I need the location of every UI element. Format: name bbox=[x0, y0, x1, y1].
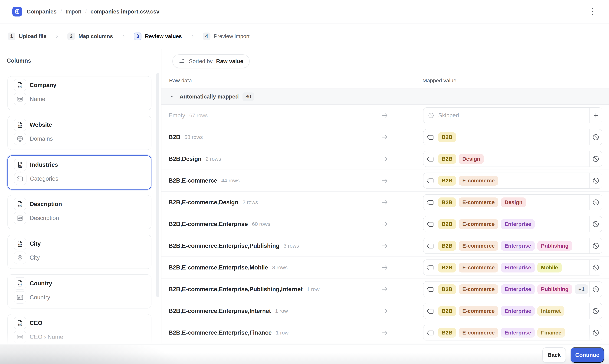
row-count: 2 rows bbox=[243, 199, 258, 205]
tag-pill-mobile[interactable]: Mobile bbox=[537, 263, 562, 273]
tag-icon bbox=[427, 264, 435, 271]
breadcrumb-import[interactable]: Import bbox=[66, 8, 81, 15]
tag-pill-b2b[interactable]: B2B bbox=[438, 219, 456, 229]
sidebar-scrollbar[interactable] bbox=[156, 73, 159, 297]
tag-pill-publishing[interactable]: Publishing bbox=[537, 284, 572, 294]
skip-value-button[interactable] bbox=[589, 130, 602, 145]
mapped-value-cell[interactable]: B2BE-commerce bbox=[423, 173, 602, 189]
tag-pill-enterprise[interactable]: Enterprise bbox=[501, 241, 535, 251]
stepper-step-map-columns[interactable]: 2Map columns bbox=[67, 33, 113, 40]
csv-file-icon: CSV bbox=[16, 280, 24, 287]
ban-icon bbox=[592, 242, 599, 249]
row-count: 2 rows bbox=[206, 156, 221, 162]
source-icon-box: CSV bbox=[14, 198, 26, 210]
companies-object-icon[interactable] bbox=[12, 7, 22, 16]
table-row-b2b-design[interactable]: B2B,Design2 rowsB2BDesign bbox=[161, 148, 609, 170]
mapped-value-cell[interactable]: B2BE-commerceDesign bbox=[423, 194, 602, 210]
skip-value-button[interactable] bbox=[589, 260, 602, 275]
tag-pill-b2b[interactable]: B2B bbox=[438, 263, 456, 273]
tag-pill-e-commerce[interactable]: E-commerce bbox=[459, 176, 498, 186]
mapped-value-cell[interactable]: B2BE-commerceEnterprise bbox=[423, 216, 602, 232]
column-card-company[interactable]: CSVCompanyName bbox=[7, 76, 152, 110]
table-row-b2b-e-commerce-enterprise-internet[interactable]: B2B,E-commerce,Enterprise,Internet1 rowB… bbox=[161, 300, 609, 322]
skip-value-button[interactable] bbox=[589, 282, 602, 297]
table-row-b2b-e-commerce-enterprise[interactable]: B2B,E-commerce,Enterprise60 rowsB2BE-com… bbox=[161, 213, 609, 235]
tag-pill-b2b[interactable]: B2B bbox=[438, 306, 456, 316]
stepper-step-upload-file[interactable]: 1Upload file bbox=[8, 33, 46, 40]
table-row-b2b-e-commerce-design[interactable]: B2B,E-commerce,Design2 rowsB2BE-commerce… bbox=[161, 192, 609, 213]
tag-pill-e-commerce[interactable]: E-commerce bbox=[459, 284, 498, 294]
tag-pill-e-commerce[interactable]: E-commerce bbox=[459, 306, 498, 316]
add-mapping-button[interactable] bbox=[589, 108, 602, 123]
more-options-icon[interactable] bbox=[587, 7, 597, 17]
mapped-value-cell[interactable]: B2BE-commerceEnterprisePublishing bbox=[423, 238, 602, 254]
csv-file-icon: CSV bbox=[16, 240, 24, 247]
skip-value-button[interactable] bbox=[589, 216, 602, 232]
breadcrumb-companies[interactable]: Companies bbox=[27, 8, 57, 15]
mapped-value-cell[interactable]: B2B bbox=[423, 129, 602, 145]
tag-pill-e-commerce[interactable]: E-commerce bbox=[459, 241, 498, 251]
table-row-empty[interactable]: Empty67 rowsSkipped bbox=[161, 105, 609, 126]
source-icon-box: CSV bbox=[14, 238, 26, 250]
continue-button[interactable]: Continue bbox=[571, 347, 604, 363]
tag-pill-enterprise[interactable]: Enterprise bbox=[501, 219, 535, 229]
tag-pill-design[interactable]: Design bbox=[501, 197, 526, 207]
tag-pill-enterprise[interactable]: Enterprise bbox=[501, 306, 535, 316]
skip-value-button[interactable] bbox=[589, 195, 602, 210]
skip-value-button[interactable] bbox=[589, 151, 602, 167]
tag-pill-publishing[interactable]: Publishing bbox=[537, 241, 572, 251]
mapped-value-cell-skipped[interactable]: Skipped bbox=[423, 107, 602, 123]
globe-icon bbox=[16, 135, 24, 143]
source-icon-box: CSV bbox=[14, 159, 26, 171]
tag-pill-enterprise[interactable]: Enterprise bbox=[501, 284, 535, 294]
back-button[interactable]: Back bbox=[542, 347, 566, 363]
section-count-badge: 80 bbox=[243, 92, 254, 101]
table-row-b2b[interactable]: B2B58 rowsB2B bbox=[161, 126, 609, 148]
mapped-value-cell[interactable]: B2BE-commerceEnterprisePublishing+1 bbox=[423, 281, 602, 297]
source-icon-box: CSV bbox=[14, 317, 26, 329]
arrow-right-icon bbox=[381, 133, 389, 141]
tag-pill-internet[interactable]: Internet bbox=[537, 306, 564, 316]
mapped-value-cell[interactable]: B2BE-commerceEnterpriseMobile bbox=[423, 260, 602, 275]
ban-icon bbox=[592, 133, 599, 141]
chevron-down-icon bbox=[169, 94, 175, 99]
tag-pill-b2b[interactable]: B2B bbox=[438, 241, 456, 251]
tag-pill-e-commerce[interactable]: E-commerce bbox=[459, 219, 498, 229]
svg-text:CSV: CSV bbox=[18, 204, 22, 206]
csv-file-icon: CSV bbox=[17, 161, 24, 169]
mapped-value-cell[interactable]: B2BDesign bbox=[423, 151, 602, 167]
sort-button[interactable]: Sorted by Raw value bbox=[172, 54, 250, 68]
stepper-step-preview-import[interactable]: 4Preview import bbox=[203, 33, 250, 40]
tag-pill-b2b[interactable]: B2B bbox=[438, 176, 456, 186]
column-card-country[interactable]: CSVCountryCountry bbox=[7, 274, 152, 309]
skip-value-button[interactable] bbox=[589, 238, 602, 253]
csv-file-icon: CSV bbox=[16, 81, 24, 89]
skip-value-button[interactable] bbox=[589, 303, 602, 319]
tag-pill-e-commerce[interactable]: E-commerce bbox=[459, 263, 498, 273]
table-row-b2b-e-commerce[interactable]: B2B,E-commerce44 rowsB2BE-commerce bbox=[161, 170, 609, 192]
tag-pill-design[interactable]: Design bbox=[459, 154, 484, 164]
table-row-b2b-e-commerce-enterprise-mobile[interactable]: B2B,E-commerce,Enterprise,Mobile3 rowsB2… bbox=[161, 257, 609, 278]
ban-icon bbox=[592, 177, 599, 184]
column-card-industries[interactable]: CSVIndustriesCategories bbox=[7, 156, 152, 190]
raw-value-label: B2B,E-commerce,Enterprise,Publishing3 ro… bbox=[168, 235, 299, 257]
table-row-b2b-e-commerce-enterprise-publishing-internet[interactable]: B2B,E-commerce,Enterprise,Publishing,Int… bbox=[161, 278, 609, 300]
column-card-city[interactable]: CSVCityCity bbox=[7, 235, 152, 269]
tag-pill-b2b[interactable]: B2B bbox=[438, 284, 456, 294]
stepper-step-review-values[interactable]: 3Review values bbox=[134, 33, 182, 40]
mapped-value-cell[interactable]: B2BE-commerceEnterpriseInternet bbox=[423, 303, 602, 319]
skip-value-button[interactable] bbox=[589, 173, 602, 188]
footer-fade bbox=[0, 332, 609, 344]
tag-pill-e-commerce[interactable]: E-commerce bbox=[459, 197, 498, 207]
overflow-pill[interactable]: +1 bbox=[575, 284, 588, 294]
column-card-website[interactable]: CSVWebsiteDomains bbox=[7, 116, 152, 150]
column-card-description[interactable]: CSVDescriptionDescription bbox=[7, 195, 152, 229]
tag-pill-b2b[interactable]: B2B bbox=[438, 154, 456, 164]
ban-icon bbox=[592, 264, 599, 271]
section-automatically-mapped[interactable]: Automatically mapped 80 bbox=[161, 89, 609, 105]
tag-pill-b2b[interactable]: B2B bbox=[438, 132, 456, 142]
ban-icon bbox=[592, 155, 599, 163]
table-row-b2b-e-commerce-enterprise-publishing[interactable]: B2B,E-commerce,Enterprise,Publishing3 ro… bbox=[161, 235, 609, 257]
tag-pill-b2b[interactable]: B2B bbox=[438, 197, 456, 207]
tag-pill-enterprise[interactable]: Enterprise bbox=[501, 263, 535, 273]
